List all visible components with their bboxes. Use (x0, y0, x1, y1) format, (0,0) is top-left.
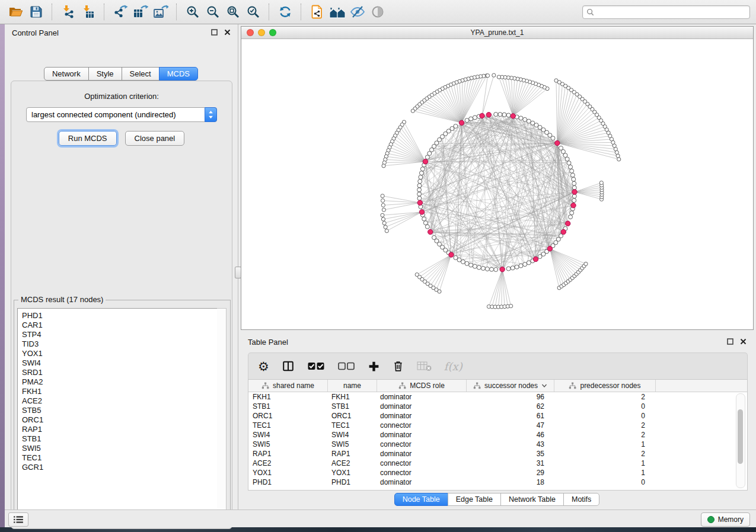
mcds-result-item[interactable]: ACE2 (22, 396, 217, 406)
mcds-list-scrollbar[interactable] (217, 308, 227, 518)
tab-network-table[interactable]: Network Table (500, 493, 564, 506)
memory-status-icon (707, 516, 714, 523)
mcds-result-item[interactable]: SWI5 (22, 444, 217, 453)
control-panel: Control Panel Network Style Select MCDS … (5, 24, 238, 509)
mcds-result-item[interactable]: STP4 (22, 330, 217, 339)
column-header-name[interactable]: name (328, 380, 377, 392)
column-header-shared-name[interactable]: shared name (248, 380, 328, 392)
mcds-result-item[interactable]: YOX1 (22, 349, 217, 358)
zoom-in-icon[interactable] (183, 3, 203, 21)
table-row[interactable]: ACE2ACE2connector311 (248, 459, 747, 468)
network-canvas-svg[interactable] (241, 39, 753, 330)
mcds-result-item[interactable]: ORC1 (22, 415, 217, 425)
export-image-icon[interactable] (151, 3, 171, 21)
optimization-select[interactable]: largest connected component (undirected) (26, 107, 217, 122)
run-mcds-button[interactable]: Run MCDS (59, 131, 117, 146)
zoom-fit-icon[interactable] (223, 3, 243, 21)
memory-button[interactable]: Memory (701, 512, 750, 527)
main-toolbar (0, 0, 756, 24)
export-network-icon[interactable] (110, 3, 130, 21)
mcds-result-item[interactable]: STB5 (22, 406, 217, 415)
close-panel-button[interactable]: Close panel (125, 131, 185, 146)
tree-icon (261, 382, 269, 389)
table-row[interactable]: FKH1FKH1dominator962 (248, 392, 747, 402)
desktop-background-left (0, 24, 5, 527)
mcds-result-item[interactable]: TEC1 (22, 453, 217, 463)
table-row[interactable]: YOX1YOX1connector291 (248, 468, 747, 477)
table-row[interactable]: ORC1ORC1dominator610 (248, 411, 747, 421)
list-icon (13, 515, 24, 524)
close-panel-icon[interactable] (224, 28, 231, 37)
home-icon[interactable] (327, 3, 347, 21)
table-scrollbar-thumb[interactable] (738, 409, 743, 464)
tree-icon (569, 382, 576, 389)
delete-column-icon[interactable] (392, 360, 404, 373)
table-row[interactable]: STB1STB1dominator620 (248, 402, 747, 411)
apply-layout-refresh-icon[interactable] (275, 3, 295, 21)
network-window-title: YPA_prune.txt_1 (241, 27, 753, 39)
table-header-row: shared name name MCDS role successor nod… (248, 380, 747, 392)
tab-network[interactable]: Network (44, 67, 89, 81)
tab-node-table[interactable]: Node Table (394, 493, 448, 506)
tree-icon (398, 382, 406, 389)
tab-motifs[interactable]: Motifs (563, 493, 599, 506)
hide-graphics-details-icon[interactable] (347, 3, 368, 21)
network-window-titlebar[interactable]: YPA_prune.txt_1 (241, 27, 753, 39)
table-row[interactable]: TEC1TEC1connector472 (248, 421, 747, 430)
maximize-window-icon[interactable] (269, 29, 276, 36)
search-input[interactable] (596, 7, 746, 17)
float-panel-icon[interactable] (727, 338, 733, 347)
open-file-icon[interactable] (6, 3, 26, 21)
column-header-successor-nodes[interactable]: successor nodes (467, 380, 554, 392)
import-network-icon[interactable] (58, 3, 78, 21)
mcds-result-item[interactable]: PMA2 (22, 377, 217, 387)
add-column-icon[interactable] (368, 360, 380, 373)
save-session-icon[interactable] (26, 3, 46, 21)
tab-edge-table[interactable]: Edge Table (448, 493, 501, 506)
select-arrows-icon (205, 107, 217, 122)
task-history-button[interactable] (8, 512, 28, 527)
close-panel-icon[interactable] (740, 338, 747, 347)
zoom-out-icon[interactable] (203, 3, 223, 21)
export-table-icon[interactable] (130, 3, 151, 21)
mcds-result-item[interactable]: PHD1 (22, 311, 217, 321)
column-header-predecessor-nodes[interactable]: predecessor nodes (554, 380, 656, 392)
table-row[interactable]: PHD1PHD1dominator180 (248, 477, 747, 487)
mcds-result-item[interactable]: GCR1 (22, 463, 217, 472)
column-header-mcds-role[interactable]: MCDS role (377, 380, 467, 392)
memory-label: Memory (718, 515, 744, 524)
table-row[interactable]: SWI4SWI4dominator462 (248, 430, 747, 440)
sort-descending-icon (541, 383, 547, 388)
node-table: shared name name MCDS role successor nod… (248, 379, 748, 491)
float-panel-icon[interactable] (211, 28, 218, 37)
select-all-icon[interactable] (307, 361, 326, 371)
mcds-result-item[interactable]: SWI4 (22, 358, 217, 368)
close-window-icon[interactable] (247, 29, 254, 36)
status-bar: Memory (5, 509, 756, 527)
table-row[interactable]: SWI5SWI5connector431 (248, 440, 747, 449)
tab-select[interactable]: Select (122, 67, 160, 81)
zoom-selected-icon[interactable] (243, 3, 263, 21)
settings-gear-icon[interactable]: ⚙ (258, 360, 269, 373)
mcds-result-item[interactable]: CAR1 (22, 321, 217, 330)
mcds-result-item[interactable]: SRD1 (22, 368, 217, 377)
split-columns-icon[interactable] (281, 360, 295, 373)
mcds-tab-content: Optimization criterion: largest connecte… (11, 81, 232, 529)
deselect-all-icon[interactable] (337, 361, 356, 371)
table-row[interactable]: RAP1RAP1dominator352 (248, 449, 747, 459)
mcds-result-item[interactable]: FKH1 (22, 387, 217, 396)
mcds-result-item[interactable]: STB1 (22, 434, 217, 444)
mcds-result-item[interactable]: RAP1 (22, 425, 217, 434)
tab-style[interactable]: Style (88, 67, 122, 81)
tab-mcds[interactable]: MCDS (159, 67, 198, 81)
table-panel: Table Panel ⚙ f(x) shared name name MCDS… (241, 334, 754, 508)
new-network-from-selection-icon[interactable] (307, 3, 327, 21)
mcds-result-item[interactable]: TID3 (22, 339, 217, 349)
minimize-window-icon[interactable] (258, 29, 265, 36)
search-box[interactable] (582, 5, 750, 19)
mcds-result-title: MCDS result (17 nodes) (18, 295, 106, 304)
table-scrollbar[interactable] (736, 393, 745, 488)
import-table-icon[interactable] (78, 3, 98, 21)
optimization-criterion-label: Optimization criterion: (11, 92, 232, 101)
show-graphics-details-icon[interactable] (368, 3, 388, 21)
